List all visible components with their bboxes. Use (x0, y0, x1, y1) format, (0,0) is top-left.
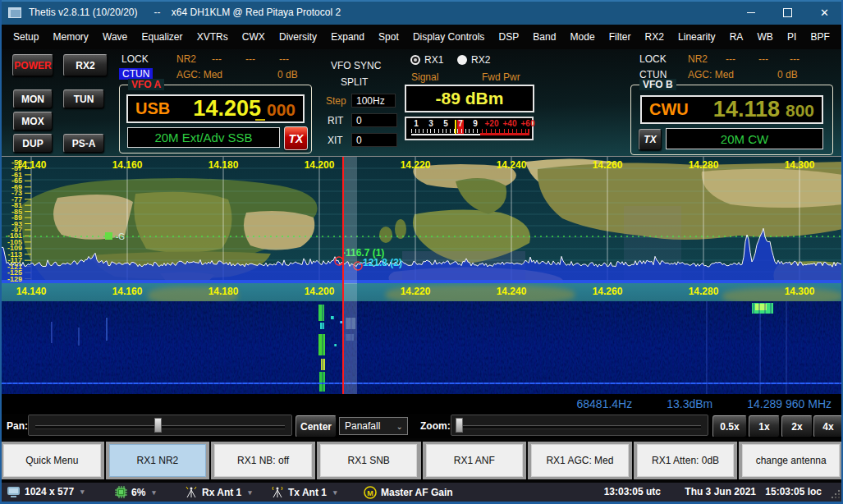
filter-passband[interactable] (344, 157, 357, 284)
quick-button-rx1-atten-0db[interactable]: RX1 Atten: 0dB (637, 444, 734, 477)
rx1-ctun-label[interactable]: CTUN (119, 68, 153, 80)
chevron-down-icon: ⌄ (396, 422, 403, 431)
menu-item-rx2[interactable]: RX2 (645, 31, 664, 43)
rx2-button[interactable]: RX2 (63, 54, 108, 76)
vfo-b-frequency-display[interactable]: CWU 14.118800 (640, 95, 823, 124)
pan-slider[interactable] (28, 415, 292, 436)
quick-button-rx1-anf[interactable]: RX1 ANF (426, 444, 523, 477)
center-button[interactable]: Center (296, 415, 337, 438)
vfo-a-tx-button[interactable]: TX (284, 126, 308, 150)
vfo-b-band-text[interactable]: 20M CW (666, 128, 823, 149)
menu-item-spot[interactable]: Spot (378, 31, 399, 43)
vfo-a-band-text[interactable]: 20M Ext/Adv SSB (127, 127, 280, 148)
vfo-a-frequency-display[interactable]: USB 14.205000 (126, 94, 305, 123)
menu-item-linearity[interactable]: Linearity (678, 31, 715, 43)
resolution-status[interactable]: 1024 x 577 ▾ (7, 486, 85, 497)
zoom-slider[interactable] (451, 415, 708, 436)
vfo-a-group: VFO A USB 14.205000 20M Ext/Adv SSB TX (119, 85, 312, 153)
tx-antenna-status[interactable]: Tx Ant 1 ▾ (271, 486, 337, 498)
rx1-lock-label[interactable]: LOCK (121, 53, 149, 65)
mox-button[interactable]: MOX (13, 112, 53, 131)
menu-item-filter[interactable]: Filter (609, 31, 631, 43)
quick-button-panel: RX1 ANF (423, 442, 527, 479)
panadapter-display[interactable]: -G 14.14014.16014.18014.20014.22014.2401… (0, 156, 843, 283)
maximize-button[interactable] (769, 0, 806, 25)
menu-item-memory[interactable]: Memory (53, 31, 89, 43)
s-meter-scale-9: 9 (473, 119, 478, 128)
rx2-atten-label[interactable]: 0 dB (777, 69, 798, 80)
rx1-agc-label[interactable]: AGC: Med (176, 69, 222, 80)
menu-item-wave[interactable]: Wave (103, 31, 127, 43)
step-value[interactable]: 100Hz (351, 94, 396, 108)
waterfall-display[interactable] (0, 301, 843, 394)
quick-button-rx1-agc-med[interactable]: RX1 AGC: Med (531, 444, 628, 477)
quick-button-rx1-snb[interactable]: RX1 SNB (320, 444, 417, 477)
maximize-icon (783, 8, 792, 17)
zoom-preset-4x[interactable]: 4x (813, 415, 843, 438)
minimize-button[interactable] (732, 0, 769, 25)
zoom-slider-thumb[interactable] (456, 418, 463, 433)
display-mode-select[interactable]: Panafall ⌄ (339, 417, 408, 435)
frequency-scale-band[interactable]: 14.14014.16014.18014.20014.22014.24014.2… (0, 283, 843, 301)
menu-item-expand[interactable]: Expand (331, 31, 364, 43)
pan-zoom-bar: Pan: Center Panafall ⌄ Zoom: 0.5x1x2x4x (0, 414, 843, 438)
menu-item-setup[interactable]: Setup (13, 31, 39, 43)
menu-item-bpf[interactable]: BPF (811, 31, 830, 43)
rx1-atten-label[interactable]: 0 dB (277, 69, 298, 80)
peak-readout-2: -121.8 (2) (360, 257, 402, 268)
meter-rx2-label[interactable]: RX2 (471, 54, 490, 66)
rx-antenna-status[interactable]: Rx Ant 1 ▾ (185, 486, 252, 498)
rx2-lock-label[interactable]: LOCK (639, 53, 667, 65)
window-title: Thetis v2.8.11 (10/20/20) -- x64 DH1KLM … (29, 7, 341, 18)
menu-item-dsp[interactable]: DSP (498, 31, 519, 43)
rx2-nr-label[interactable]: NR2 (688, 53, 708, 65)
menu-item-band[interactable]: Band (533, 31, 556, 43)
band-freq-label-14.160: 14.160 (112, 286, 143, 297)
signal-label[interactable]: Signal (411, 71, 438, 83)
zoom-preset-0-5x[interactable]: 0.5x (712, 415, 747, 438)
title-bar[interactable]: Thetis v2.8.11 (10/20/20) -- x64 DH1KLM … (0, 0, 843, 25)
vfo-sync-label[interactable]: VFO SYNC (331, 60, 381, 71)
pan-label: Pan: (7, 420, 28, 432)
cpu-status[interactable]: 6% ▾ (115, 486, 156, 498)
menu-item-equalizer[interactable]: Equalizer (141, 31, 182, 43)
quick-button-change-antenna[interactable]: change antenna (742, 444, 839, 477)
fwd-pwr-label[interactable]: Fwd Pwr (482, 71, 520, 83)
menu-item-diversity[interactable]: Diversity (279, 31, 317, 43)
power-button[interactable]: POWER (12, 54, 53, 76)
menu-item-xvtrs[interactable]: XVTRs (197, 31, 228, 43)
meter-rx1-label[interactable]: RX1 (424, 54, 443, 66)
quick-button-quick-menu[interactable]: Quick Menu (3, 444, 100, 477)
menu-bar: SetupMemoryWaveEqualizerXVTRsCWXDiversit… (0, 25, 843, 49)
dup-button[interactable]: DUP (13, 134, 53, 153)
split-label[interactable]: SPLIT (341, 76, 368, 88)
menu-item-pi[interactable]: PI (787, 31, 796, 43)
rx2-agc-label[interactable]: AGC: Med (688, 69, 734, 80)
quick-button-rx1-nb-off[interactable]: RX1 NB: off (214, 444, 311, 477)
band-freq-label-14.260: 14.260 (593, 286, 623, 297)
menu-item-ra[interactable]: RA (730, 31, 744, 43)
meter-rx2-radio[interactable] (457, 55, 467, 65)
menu-item-mode[interactable]: Mode (570, 31, 595, 43)
menu-item-cwx[interactable]: CWX (242, 31, 265, 43)
meter-rx1-radio[interactable] (410, 55, 420, 65)
pan-slider-thumb[interactable] (154, 418, 162, 433)
mon-button[interactable]: MON (13, 89, 53, 108)
rx1-nr-label[interactable]: NR2 (176, 53, 196, 65)
xit-value[interactable]: 0 (351, 133, 397, 147)
zoom-preset-1x[interactable]: 1x (749, 415, 780, 438)
tx-frequency-line[interactable] (342, 157, 344, 284)
xit-label: XIT (328, 135, 343, 146)
spectrum-freq-label-14.280: 14.280 (689, 159, 719, 171)
master-af-gain-status[interactable]: M Master AF Gain (364, 486, 453, 499)
rit-value[interactable]: 0 (351, 113, 397, 127)
resize-grip[interactable] (831, 489, 841, 499)
menu-item-wb[interactable]: WB (757, 31, 772, 43)
zoom-preset-2x[interactable]: 2x (781, 415, 813, 438)
tun-button[interactable]: TUN (63, 89, 104, 108)
vfo-b-tx-button[interactable]: TX (639, 129, 662, 150)
quick-button-rx1-nr2[interactable]: RX1 NR2 (109, 444, 206, 477)
menu-item-display-controls[interactable]: Display Controls (413, 31, 484, 43)
psa-button[interactable]: PS-A (63, 134, 104, 153)
close-button[interactable]: ✕ (806, 0, 843, 25)
